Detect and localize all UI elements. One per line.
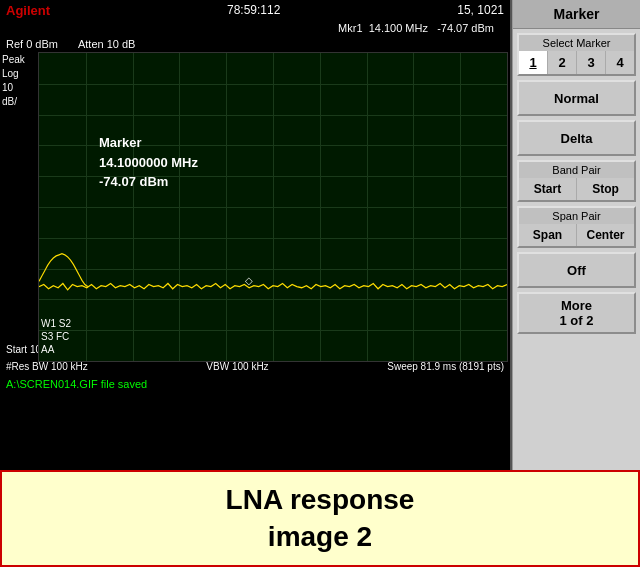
select-marker-label: Select Marker <box>517 33 636 51</box>
marker-freq: 14.100 MHz <box>369 22 428 34</box>
marker-num-3[interactable]: 3 <box>577 51 606 74</box>
span-pair-span[interactable]: Span <box>519 224 577 246</box>
off-button[interactable]: Off <box>517 252 636 288</box>
annotation-line1: LNA response <box>226 482 415 518</box>
main-plot: Marker 14.1000000 MHz -74.07 dBm ◇ <box>38 52 508 362</box>
band-pair-start[interactable]: Start <box>519 178 577 200</box>
marker-num-2[interactable]: 2 <box>548 51 577 74</box>
main-container: Agilent 78:59:112 15, 1021 Mkr1 14.100 M… <box>0 0 640 567</box>
bottom-info-line2: #Res BW 100 kHz VBW 100 kHz Sweep 81.9 m… <box>6 361 504 372</box>
logo: Agilent <box>6 3 50 18</box>
annotation-section: LNA response image 2 <box>0 470 640 567</box>
ch-line3: AA <box>41 343 71 356</box>
vbw: VBW 100 kHz <box>206 361 268 372</box>
top-section: Agilent 78:59:112 15, 1021 Mkr1 14.100 M… <box>0 0 640 470</box>
ref-line: Ref 0 dBm Atten 10 dB <box>0 36 510 52</box>
marker-info-line: Mkr1 14.100 MHz -74.07 dBm <box>0 20 510 36</box>
more-button[interactable]: More 1 of 2 <box>517 292 636 334</box>
delta-button[interactable]: Delta <box>517 120 636 156</box>
plot-container: Peak Log 10 dB/ <box>0 52 510 342</box>
y-axis: Peak Log 10 dB/ <box>0 52 36 342</box>
spectrum-trace <box>39 53 507 361</box>
sweep: Sweep 81.9 ms (8191 pts) <box>387 361 504 372</box>
scale-db: dB/ <box>2 96 17 107</box>
select-marker-nums: 1 2 3 4 <box>517 51 636 76</box>
sidebar-title: Marker <box>513 0 640 29</box>
marker-num-4[interactable]: 4 <box>606 51 634 74</box>
spectrum-area: Agilent 78:59:112 15, 1021 Mkr1 14.100 M… <box>0 0 512 470</box>
header-coords: 15, 1021 <box>457 3 504 17</box>
annotation-text: LNA response image 2 <box>226 482 415 555</box>
band-pair-section: Band Pair Start Stop <box>517 160 636 202</box>
select-marker-section: Select Marker 1 2 3 4 <box>517 33 636 76</box>
atten-value: Atten 10 dB <box>78 38 136 50</box>
status-bar: A:\SCREN014.GIF file saved <box>0 374 510 394</box>
status-message: A:\SCREN014.GIF file saved <box>6 378 147 390</box>
ch-line1: W1 S2 <box>41 317 71 330</box>
ref-value: Ref 0 dBm <box>6 38 58 50</box>
channel-labels: W1 S2 S3 FC AA <box>41 317 71 356</box>
marker-label: Mkr1 <box>338 22 362 34</box>
marker-readout: Mkr1 14.100 MHz -74.07 dBm <box>338 22 494 34</box>
span-pair-label: Span Pair <box>517 206 636 224</box>
header-bar: Agilent 78:59:112 15, 1021 <box>0 0 510 20</box>
scale-10: 10 <box>2 82 13 93</box>
sidebar: Marker Select Marker 1 2 3 4 Normal Delt… <box>512 0 640 470</box>
annotation-line2: image 2 <box>226 519 415 555</box>
span-pair-btns: Span Center <box>517 224 636 248</box>
band-pair-btns: Start Stop <box>517 178 636 202</box>
span-pair-section: Span Pair Span Center <box>517 206 636 248</box>
span-pair-center[interactable]: Center <box>577 224 634 246</box>
header-time: 78:59:112 <box>227 3 280 17</box>
band-pair-stop[interactable]: Stop <box>577 178 634 200</box>
ch-line2: S3 FC <box>41 330 71 343</box>
scale-log: Log <box>2 68 19 79</box>
marker-power: -74.07 dBm <box>437 22 494 34</box>
scale-peak: Peak <box>2 54 25 65</box>
marker-num-1[interactable]: 1 <box>519 51 548 74</box>
res-bw: #Res BW 100 kHz <box>6 361 88 372</box>
band-pair-label: Band Pair <box>517 160 636 178</box>
normal-button[interactable]: Normal <box>517 80 636 116</box>
